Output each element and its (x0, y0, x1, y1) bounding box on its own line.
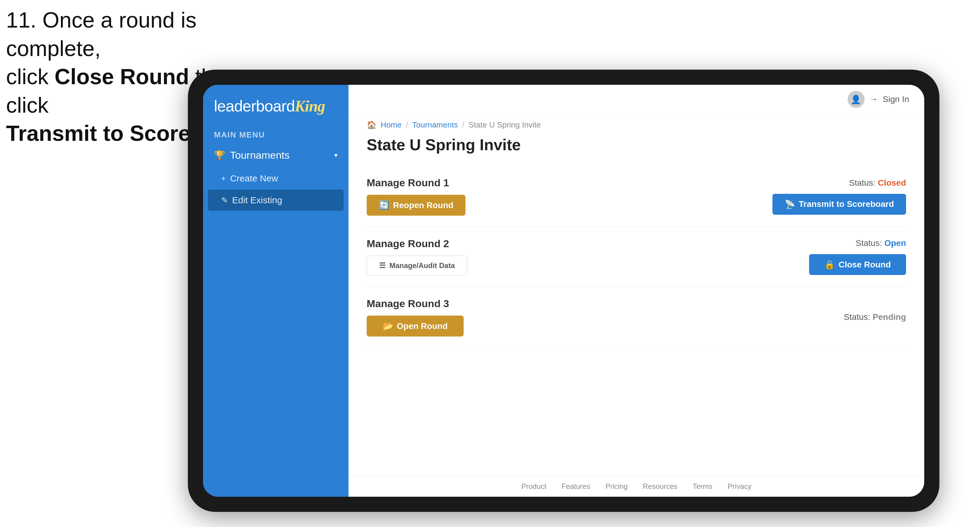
manage-audit-button[interactable]: ☰ Manage/Audit Data (367, 256, 467, 276)
round-2-title: Manage Round 2 (367, 238, 467, 249)
logo-highlight: King (295, 97, 325, 115)
transmit-scoreboard-button[interactable]: 📡 Transmit to Scoreboard (772, 194, 906, 215)
edit-icon: ✎ (221, 196, 228, 205)
transmit-label: Transmit to Scoreboard (799, 199, 894, 209)
round-2-left: Manage Round 2 ☰ Manage/Audit Data (367, 238, 467, 276)
breadcrumb-tournaments[interactable]: Tournaments (412, 120, 458, 130)
open-label: Open Round (397, 321, 448, 331)
round-2-right: Status: Open 🔒 Close Round (809, 238, 906, 275)
transmit-icon: 📡 (784, 199, 795, 209)
page-title: State U Spring Invite (367, 136, 906, 154)
round-1-status-value: Closed (878, 178, 906, 187)
sidebar-item-inner-tournaments: 🏆 Tournaments (214, 149, 290, 161)
round-3-status-value: Pending (873, 312, 906, 322)
footer-product[interactable]: Product (521, 482, 546, 490)
footer-pricing[interactable]: Pricing (605, 482, 628, 490)
close-label: Close Round (838, 260, 891, 270)
footer-resources[interactable]: Resources (643, 482, 678, 490)
footer-terms[interactable]: Terms (693, 482, 713, 490)
reopen-round-button[interactable]: 🔄 Reopen Round (367, 195, 465, 216)
top-bar: 👤 → Sign In (348, 85, 924, 114)
round-1-left: Manage Round 1 🔄 Reopen Round (367, 177, 465, 216)
logo: leaderboardKing (214, 97, 337, 115)
round-2-status-value: Open (884, 238, 906, 248)
round-3-status: Status: Pending (844, 312, 906, 322)
round-1-right: Status: Closed 📡 Transmit to Scoreboard (772, 178, 906, 215)
sidebar-edit-label: Edit Existing (232, 195, 282, 205)
sidebar-create-label: Create New (230, 173, 278, 184)
sign-in-area[interactable]: 👤 → Sign In (848, 91, 909, 108)
reopen-icon: 🔄 (379, 200, 390, 210)
logo-area: leaderboardKing (203, 85, 348, 124)
round-1-section: Manage Round 1 🔄 Reopen Round Status: Cl… (367, 166, 906, 227)
tablet-screen: leaderboardKing MAIN MENU 🏆 Tournaments … (203, 85, 924, 497)
round-1-status: Status: Closed (849, 178, 906, 188)
tablet-frame: leaderboardKing MAIN MENU 🏆 Tournaments … (188, 70, 939, 512)
main-content: 👤 → Sign In 🏠 Home / Tournaments / State… (348, 85, 924, 497)
app-container: leaderboardKing MAIN MENU 🏆 Tournaments … (203, 85, 924, 497)
sign-in-label: → (869, 95, 878, 104)
round-3-title: Manage Round 3 (367, 298, 464, 310)
breadcrumb-home[interactable]: Home (380, 120, 401, 130)
footer-privacy[interactable]: Privacy (727, 482, 751, 490)
sidebar-item-tournaments[interactable]: 🏆 Tournaments ▾ (203, 143, 348, 168)
sidebar-tournaments-label: Tournaments (230, 149, 290, 161)
close-icon: 🔒 (824, 260, 835, 270)
sidebar-create-new[interactable]: + Create New (203, 168, 348, 189)
breadcrumb-current: State U Spring Invite (468, 120, 541, 130)
audit-label: Manage/Audit Data (390, 261, 455, 270)
breadcrumb-sep1: / (406, 120, 408, 130)
plus-icon: + (221, 174, 226, 183)
breadcrumb: 🏠 Home / Tournaments / State U Spring In… (348, 114, 924, 130)
close-round-button[interactable]: 🔒 Close Round (809, 254, 906, 275)
instruction-line2: click (6, 65, 54, 89)
sidebar-edit-existing[interactable]: ✎ Edit Existing (208, 190, 344, 211)
sidebar: leaderboardKing MAIN MENU 🏆 Tournaments … (203, 85, 348, 497)
instruction-bold1: Close Round (54, 65, 189, 89)
breadcrumb-sep2: / (462, 120, 464, 130)
footer-features[interactable]: Features (562, 482, 590, 490)
footer: Product Features Pricing Resources Terms… (348, 476, 924, 497)
trophy-icon: 🏆 (214, 150, 225, 160)
page-content: State U Spring Invite Manage Round 1 🔄 R… (348, 130, 924, 476)
round-2-section: Manage Round 2 ☰ Manage/Audit Data Statu… (367, 227, 906, 287)
round-2-status: Status: Open (856, 238, 906, 248)
chevron-down-icon: ▾ (334, 151, 337, 159)
open-round-button[interactable]: 📂 Open Round (367, 316, 464, 337)
sign-in-text: Sign In (883, 95, 909, 104)
avatar: 👤 (848, 91, 865, 108)
round-3-right: Status: Pending (844, 312, 906, 322)
round-3-section: Manage Round 3 📂 Open Round Status: Pend… (367, 287, 906, 348)
round-3-left: Manage Round 3 📂 Open Round (367, 298, 464, 337)
instruction-line1: 11. Once a round is complete, (6, 8, 196, 60)
round-1-title: Manage Round 1 (367, 177, 465, 189)
reopen-label: Reopen Round (393, 200, 453, 210)
main-menu-label: MAIN MENU (203, 124, 348, 143)
open-icon: 📂 (383, 321, 393, 331)
breadcrumb-icon: 🏠 (367, 120, 376, 130)
audit-icon: ☰ (379, 261, 386, 270)
